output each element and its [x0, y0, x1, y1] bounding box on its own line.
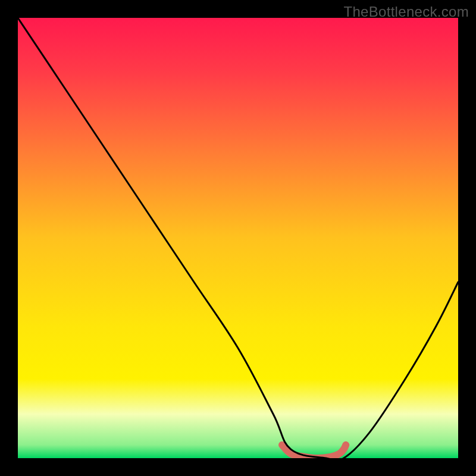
- gradient-bg: [18, 18, 458, 458]
- plot-area: [18, 18, 458, 458]
- bottleneck-chart: [18, 18, 458, 458]
- watermark-text: TheBottleneck.com: [343, 4, 469, 20]
- chart-frame: TheBottleneck.com: [0, 0, 476, 476]
